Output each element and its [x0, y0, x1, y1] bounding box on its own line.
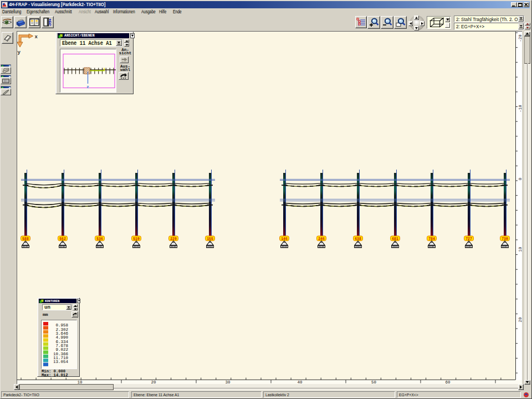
svg-text:638: 638	[355, 237, 361, 241]
svg-text:-20: -20	[518, 34, 523, 42]
svg-text:x: x	[35, 34, 38, 40]
svg-text:536: 536	[96, 237, 103, 241]
svg-text:588: 588	[22, 237, 29, 241]
svg-text:20: 20	[518, 317, 523, 323]
svg-text:-10: -10	[518, 105, 523, 112]
svg-text:13.054: 13.054	[53, 360, 69, 364]
svg-text:562: 562	[59, 237, 66, 241]
svg-text:z: z	[86, 84, 89, 89]
svg-text:784: 784	[428, 237, 435, 241]
svg-text:681: 681	[392, 237, 398, 241]
svg-text:y: y	[18, 50, 21, 55]
svg-text:246: 246	[318, 237, 325, 241]
svg-text:727: 727	[466, 237, 472, 241]
svg-text:0: 0	[518, 177, 523, 180]
svg-text:510: 510	[133, 237, 140, 241]
svg-text:155: 155	[207, 237, 213, 241]
svg-text:146: 146	[281, 237, 288, 241]
svg-text:10: 10	[518, 247, 523, 252]
svg-text:220: 220	[170, 237, 177, 241]
svg-text:730: 730	[502, 237, 508, 241]
